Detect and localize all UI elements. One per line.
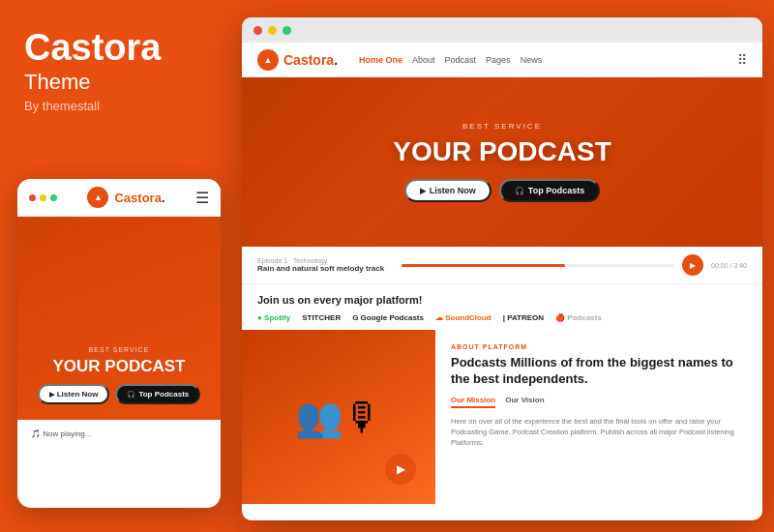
desktop-nav-links: Home One About Podcast Pages News — [359, 55, 728, 65]
mobile-mockup: ▲ Castora. ☰ BEST SERVICE YOUR PODCAST L… — [17, 179, 221, 508]
mobile-footer-text: 🎵 Now playing... — [31, 429, 207, 438]
desktop-titlebar — [242, 17, 762, 43]
mobile-nav-brand: ▲ Castora. — [87, 187, 164, 208]
dot-yellow — [40, 194, 46, 201]
dot-green — [50, 194, 57, 201]
about-text: About Platform Podcasts Millions of from… — [435, 330, 762, 504]
platform-apple[interactable]: 🍎 Podcasts — [555, 313, 602, 322]
desktop-browser: ▲ Castora. Home One About Podcast Pages … — [242, 43, 762, 520]
brand-by: By themestall — [24, 99, 213, 113]
mobile-logo-text: Castora. — [114, 191, 164, 205]
mobile-podcast-title: YOUR PODCAST — [38, 357, 201, 376]
nav-link-home[interactable]: Home One — [359, 55, 402, 65]
platform-google[interactable]: G Google Podcasts — [352, 313, 424, 322]
desktop-listen-button[interactable]: Listen Now — [404, 179, 491, 202]
about-section: 👥🎙 ▶ About Platform Podcasts Millions of… — [242, 330, 762, 504]
mobile-hero: BEST SERVICE YOUR PODCAST Listen Now Top… — [17, 217, 221, 420]
audio-info: Episode 1 · Technology Rain and natural … — [257, 257, 394, 273]
desktop-hero-content: BEST SERVICE YOUR PODCAST Listen Now Top… — [393, 122, 611, 202]
dot-red — [29, 194, 36, 201]
about-body-text: Here on over all of the experience the b… — [451, 416, 747, 449]
desktop-hero: BEST SERVICE YOUR PODCAST Listen Now Top… — [242, 77, 762, 247]
platform-patreon[interactable]: | PATREON — [503, 313, 544, 322]
about-people-icon: 👥🎙 — [295, 395, 382, 440]
dt-dot-green — [283, 26, 291, 35]
audio-track: Rain and natural soft melody track — [257, 264, 394, 273]
mobile-listen-button[interactable]: Listen Now — [38, 384, 110, 404]
mobile-header: ▲ Castora. ☰ — [17, 179, 221, 217]
desktop-nav: ▲ Castora. Home One About Podcast Pages … — [242, 43, 762, 77]
nav-link-pages[interactable]: Pages — [486, 55, 511, 65]
desktop-top-podcasts-button[interactable]: Top Podcasts — [499, 179, 600, 202]
desktop-nav-logo: ▲ Castora. — [257, 49, 338, 71]
about-platform-label: About Platform — [451, 343, 747, 350]
about-heading: Podcasts Millions of from the biggest na… — [451, 355, 747, 388]
nav-link-news[interactable]: News — [521, 55, 543, 65]
about-play-button[interactable]: ▶ — [385, 454, 416, 485]
desktop-btn-row: Listen Now Top Podcasts — [393, 179, 611, 202]
platform-stitcher[interactable]: STITCHER — [302, 313, 341, 322]
mobile-hero-content: BEST SERVICE YOUR PODCAST Listen Now Top… — [38, 346, 201, 404]
mobile-best-service: BEST SERVICE — [38, 346, 201, 353]
tab-mission[interactable]: Our Mission — [451, 396, 495, 408]
platforms-section: Join us on every major platform! ● Spoti… — [242, 284, 762, 330]
audio-progress-fill — [402, 264, 565, 267]
platforms-title: Join us on every major platform! — [257, 294, 747, 306]
brand-subtitle: Theme — [24, 70, 213, 95]
about-image: 👥🎙 ▶ — [242, 330, 435, 504]
hamburger-icon[interactable]: ☰ — [195, 189, 209, 207]
desktop-podcast-title: YOUR PODCAST — [393, 136, 611, 167]
audio-episode: Episode 1 · Technology — [257, 257, 394, 264]
audio-play-button[interactable]: ▶ — [682, 254, 703, 276]
brand-title: Castora — [24, 29, 213, 66]
tab-vision[interactable]: Our Vision — [505, 396, 544, 408]
audio-progress-bar[interactable] — [402, 264, 674, 267]
desktop-logo-icon: ▲ — [257, 49, 279, 71]
audio-time: 00:00 / 3:40 — [711, 262, 747, 269]
desktop-logo-text: Castora. — [283, 52, 338, 68]
audio-player: Episode 1 · Technology Rain and natural … — [242, 247, 762, 284]
desktop-mockup: ▲ Castora. Home One About Podcast Pages … — [242, 17, 762, 520]
platform-spotify[interactable]: ● Spotify — [257, 313, 290, 322]
mobile-logo-icon: ▲ — [87, 187, 108, 208]
dt-dot-red — [253, 26, 262, 35]
dt-dot-yellow — [268, 26, 277, 35]
grid-icon[interactable]: ⠿ — [737, 52, 747, 68]
mobile-window-dots — [29, 194, 57, 201]
platform-soundcloud[interactable]: ☁ SoundCloud — [435, 313, 491, 322]
nav-link-podcast[interactable]: Podcast — [445, 55, 477, 65]
mobile-btn-row: Listen Now Top Podcasts — [38, 384, 201, 404]
mobile-top-podcasts-button[interactable]: Top Podcasts — [115, 384, 200, 404]
platforms-logos: ● Spotify STITCHER G Google Podcasts ☁ S… — [257, 313, 747, 322]
nav-link-about[interactable]: About — [412, 55, 435, 65]
mobile-footer: 🎵 Now playing... — [17, 420, 221, 448]
about-tabs: Our Mission Our Vision — [451, 396, 747, 408]
desktop-best-service: BEST SERVICE — [393, 122, 611, 131]
